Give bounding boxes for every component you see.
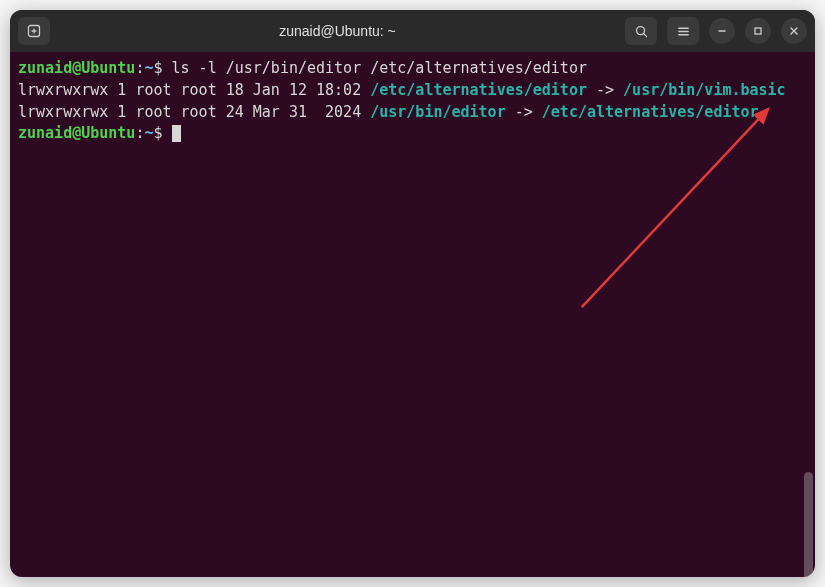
- ls-perms-meta: lrwxrwxrwx 1 root root 24 Mar 31 2024: [18, 103, 370, 121]
- hamburger-menu-icon: [676, 24, 691, 39]
- titlebar-right: [625, 17, 807, 45]
- menu-button[interactable]: [667, 17, 699, 45]
- svg-rect-9: [755, 28, 761, 34]
- close-button[interactable]: [781, 18, 807, 44]
- scrollbar-thumb[interactable]: [804, 472, 813, 577]
- close-icon: [788, 25, 800, 37]
- terminal-window: zunaid@Ubuntu: ~: [10, 10, 815, 577]
- ls-perms-meta: lrwxrwxrwx 1 root root 18 Jan 12 18:02: [18, 81, 370, 99]
- output-line-2: lrwxrwxrwx 1 root root 24 Mar 31 2024 /u…: [18, 102, 807, 124]
- symlink-target: /etc/alternatives/editor: [542, 103, 759, 121]
- symlink-arrow: ->: [587, 81, 623, 99]
- svg-line-4: [643, 33, 646, 36]
- search-icon: [634, 24, 649, 39]
- terminal-body[interactable]: zunaid@Ubuntu:~$ ls -l /usr/bin/editor /…: [10, 52, 815, 577]
- maximize-button[interactable]: [745, 18, 771, 44]
- prompt-symbol: $: [153, 124, 162, 142]
- new-tab-icon: [26, 23, 42, 39]
- symlink-path: /etc/alternatives/editor: [370, 81, 587, 99]
- symlink-path: /usr/bin/editor: [370, 103, 505, 121]
- command-line-2: zunaid@Ubuntu:~$: [18, 123, 807, 145]
- prompt-user-host: zunaid@Ubuntu: [18, 59, 135, 77]
- symlink-target: /usr/bin/vim.basic: [623, 81, 786, 99]
- titlebar: zunaid@Ubuntu: ~: [10, 10, 815, 52]
- window-title: zunaid@Ubuntu: ~: [50, 23, 625, 39]
- symlink-arrow: ->: [506, 103, 542, 121]
- new-tab-button[interactable]: [18, 17, 50, 45]
- command-text: ls -l /usr/bin/editor /etc/alternatives/…: [172, 59, 587, 77]
- prompt-user-host: zunaid@Ubuntu: [18, 124, 135, 142]
- minimize-button[interactable]: [709, 18, 735, 44]
- prompt-symbol: $: [153, 59, 162, 77]
- titlebar-left: [18, 17, 50, 45]
- output-line-1: lrwxrwxrwx 1 root root 18 Jan 12 18:02 /…: [18, 80, 807, 102]
- command-line-1: zunaid@Ubuntu:~$ ls -l /usr/bin/editor /…: [18, 58, 807, 80]
- maximize-icon: [752, 25, 764, 37]
- search-button[interactable]: [625, 17, 657, 45]
- terminal-cursor: [172, 125, 181, 142]
- minimize-icon: [716, 25, 728, 37]
